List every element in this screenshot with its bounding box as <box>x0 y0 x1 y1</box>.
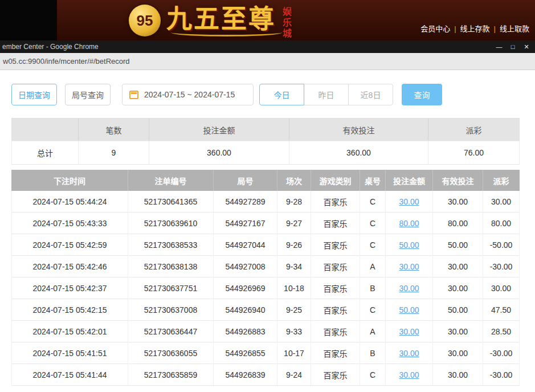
summary-count-value: 9 <box>79 141 149 165</box>
bet-id: 521730638533 <box>128 234 214 256</box>
summary-bet-amount-value: 360.00 <box>149 141 289 165</box>
session: 9-34 <box>277 256 311 277</box>
bet-amount-link[interactable]: 30.00 <box>399 349 419 358</box>
table-row: 2024-07-15 05:42:01 521730636447 5449268… <box>11 321 520 342</box>
date-query-tab[interactable]: 日期查询 <box>11 84 57 105</box>
summary-valid-bet-value: 360.00 <box>289 141 428 165</box>
valid-bet: 30.00 <box>433 256 483 277</box>
yesterday-button[interactable]: 昨日 <box>304 84 349 105</box>
bet-amount-link[interactable]: 30.00 <box>399 370 419 379</box>
browser-titlebar[interactable]: ember Center - Google Chrome — □ ✕ <box>0 40 535 53</box>
bet-id: 521730638138 <box>128 256 214 277</box>
round-no: 544926969 <box>214 277 277 299</box>
bet-amount-cell: 50.00 <box>386 299 433 321</box>
background-window-corner <box>0 0 57 40</box>
bet-amount-link[interactable]: 30.00 <box>399 197 419 206</box>
game-type: 百家乐 <box>311 342 360 364</box>
payout-value: 47.50 <box>483 299 520 321</box>
table-row: 2024-07-15 05:42:15 521730637008 5449269… <box>11 299 520 321</box>
col-table-no: 桌号 <box>360 170 386 191</box>
minimize-icon[interactable]: — <box>492 40 506 53</box>
bet-amount-link[interactable]: 30.00 <box>399 284 419 293</box>
valid-bet: 30.00 <box>433 321 483 342</box>
today-button[interactable]: 今日 <box>259 84 304 105</box>
bet-amount-link[interactable]: 80.00 <box>399 219 419 228</box>
maximize-icon[interactable]: □ <box>506 40 520 53</box>
game-type: 百家乐 <box>311 364 360 386</box>
table-no: A <box>360 321 386 342</box>
window-controls: — □ ✕ <box>492 40 535 53</box>
session: 9-24 <box>277 364 311 386</box>
bet-time: 2024-07-15 05:42:59 <box>11 234 128 256</box>
bet-table-header-row: 下注时间 注单编号 局号 场次 游戏类别 桌号 投注金额 有效投注 派彩 <box>11 170 520 191</box>
bet-amount-cell: 50.00 <box>386 234 433 256</box>
table-row: 2024-07-15 05:44:24 521730641365 5449272… <box>11 191 520 213</box>
bet-amount-link[interactable]: 50.00 <box>399 305 419 315</box>
round-query-tab[interactable]: 局号查询 <box>65 84 111 105</box>
valid-bet: 30.00 <box>433 364 483 386</box>
summary-valid-bet-header: 有效投注 <box>289 118 428 141</box>
bet-record-table: 下注时间 注单编号 局号 场次 游戏类别 桌号 投注金额 有效投注 派彩 202… <box>11 170 520 386</box>
game-type: 百家乐 <box>311 191 360 213</box>
bet-amount-link[interactable]: 50.00 <box>399 240 419 250</box>
summary-blank-header <box>11 118 79 141</box>
banner-nav: 会员中心|线上存款|线上取款 <box>420 23 529 34</box>
nav-online-deposit[interactable]: 线上存款 <box>460 24 490 33</box>
bet-amount-cell: 30.00 <box>386 342 433 364</box>
valid-bet: 30.00 <box>433 342 483 364</box>
payout-value: -50.00 <box>483 234 520 256</box>
nav-separator: | <box>454 24 456 33</box>
session: 9-33 <box>277 321 311 342</box>
bet-time: 2024-07-15 05:42:15 <box>11 299 128 321</box>
col-valid-bet: 有效投注 <box>433 170 483 191</box>
bet-id: 521730639610 <box>128 213 214 234</box>
bet-id: 521730636055 <box>128 342 214 364</box>
summary-payout-header: 派彩 <box>428 118 520 141</box>
bet-id: 521730641365 <box>128 191 214 213</box>
table-row: 2024-07-15 05:41:51 521730636055 5449268… <box>11 342 520 364</box>
window-title: ember Center - Google Chrome <box>0 43 99 51</box>
table-row: 2024-07-15 05:42:46 521730638138 5449270… <box>11 256 520 277</box>
col-bet-time: 下注时间 <box>11 170 128 191</box>
logo-95-icon: 95 <box>129 5 161 36</box>
valid-bet: 30.00 <box>433 277 483 299</box>
nav-online-withdraw[interactable]: 线上取款 <box>500 24 529 33</box>
nav-separator: | <box>494 24 496 33</box>
bet-amount-cell: 30.00 <box>386 191 433 213</box>
last-8-days-button[interactable]: 近8日 <box>348 84 393 105</box>
bet-id: 521730636447 <box>128 321 214 342</box>
payout-value: 30.00 <box>483 191 520 213</box>
game-type: 百家乐 <box>311 213 360 234</box>
round-no: 544926883 <box>214 321 277 342</box>
summary-payout-value: 76.00 <box>428 141 520 165</box>
bet-amount-link[interactable]: 30.00 <box>399 262 419 271</box>
search-button[interactable]: 查询 <box>402 84 442 105</box>
round-no: 544927044 <box>214 234 277 256</box>
session: 9-25 <box>277 299 311 321</box>
summary-table: 笔数 投注金额 有效投注 派彩 总计 9 360.00 360.00 76.00 <box>11 118 520 165</box>
table-row: 2024-07-15 05:43:33 521730639610 5449271… <box>11 213 520 234</box>
bet-time: 2024-07-15 05:44:24 <box>11 191 128 213</box>
session: 9-27 <box>277 213 311 234</box>
close-icon[interactable]: ✕ <box>520 40 533 53</box>
round-no: 544927008 <box>214 256 277 277</box>
bet-id: 521730637008 <box>128 299 214 321</box>
game-type: 百家乐 <box>311 234 360 256</box>
address-bar[interactable]: w05.cc:9900/infe/mcenter/#/betRecord <box>0 53 535 70</box>
round-no: 544926855 <box>214 342 277 364</box>
summary-count-header: 笔数 <box>79 118 149 141</box>
bet-time: 2024-07-15 05:43:33 <box>11 213 128 234</box>
bet-time: 2024-07-15 05:41:44 <box>11 364 128 386</box>
nav-member-center[interactable]: 会员中心 <box>420 24 450 33</box>
date-range-input[interactable]: 2024-07-15 ~ 2024-07-15 <box>122 84 254 105</box>
payout-value: 28.50 <box>483 321 520 342</box>
bet-time: 2024-07-15 05:42:37 <box>11 277 128 299</box>
round-no: 544927167 <box>214 213 277 234</box>
session: 9-26 <box>277 234 311 256</box>
valid-bet: 50.00 <box>433 234 483 256</box>
bet-amount-link[interactable]: 30.00 <box>399 327 419 336</box>
summary-bet-amount-header: 投注金额 <box>149 118 289 141</box>
payout-value: 80.00 <box>483 213 520 234</box>
table-no: C <box>360 234 386 256</box>
bet-id: 521730635859 <box>128 364 214 386</box>
